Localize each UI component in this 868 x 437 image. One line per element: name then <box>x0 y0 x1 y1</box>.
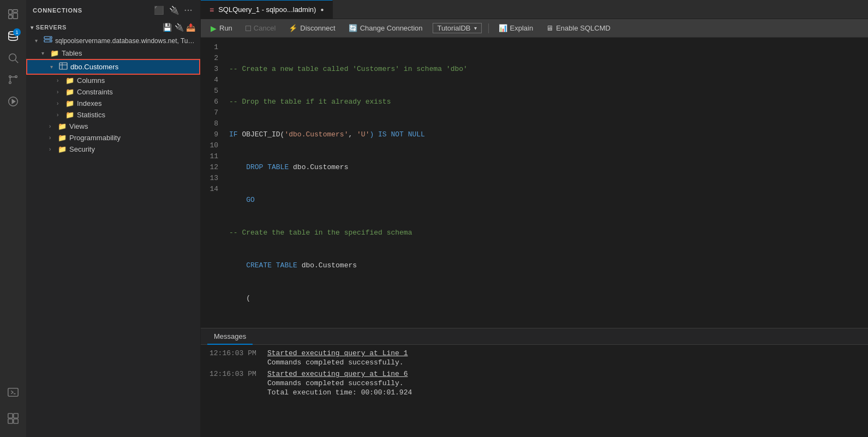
code-line-8: ( <box>229 293 861 304</box>
columns-node[interactable]: › 📁 Columns <box>26 75 200 86</box>
sqlcmd-icon: 🖥 <box>546 24 553 32</box>
sidebar-content: ▾ SERVERS 💾 🔌 📤 ▾ sqlpoolservername.data… <box>26 21 200 437</box>
svg-rect-3 <box>13 13 17 19</box>
svg-point-5 <box>9 54 16 61</box>
statistics-chevron: › <box>57 112 65 118</box>
customers-label: dbo.Customers <box>70 63 118 71</box>
enable-sqlcmd-button[interactable]: 🖥 Enable SQLCMD <box>543 23 614 33</box>
msg-col-1: Started executing query at Line 1 Comman… <box>267 349 408 367</box>
svg-rect-21 <box>59 63 67 69</box>
search-icon[interactable] <box>3 48 23 68</box>
svg-point-20 <box>50 40 51 41</box>
msg-extra-2: Total execution time: 00:00:01.924 <box>267 388 412 397</box>
sql-icon: ≡ <box>209 5 214 14</box>
change-connection-button[interactable]: 🔄 Change Connection <box>345 23 426 33</box>
message-row-2: 12:16:03 PM Started executing query at L… <box>209 370 859 397</box>
svg-line-6 <box>15 60 18 63</box>
connections-icon[interactable]: 1 <box>3 26 23 46</box>
cancel-button[interactable]: Cancel <box>242 23 279 33</box>
svg-rect-1 <box>9 15 12 19</box>
files-icon[interactable] <box>3 4 23 24</box>
messages-tab-bar: Messages <box>201 328 868 345</box>
tab-bar: ≡ SQLQuery_1 - sqlpoo...ladmin) ● <box>201 0 868 19</box>
svg-rect-0 <box>9 10 12 14</box>
code-line-7: CREATE TABLE dbo.Customers <box>229 260 861 271</box>
cancel-icon <box>246 26 251 31</box>
tab-modified-dot: ● <box>320 7 324 13</box>
messages-tab[interactable]: Messages <box>207 330 253 345</box>
run-icon[interactable] <box>3 92 23 111</box>
svg-rect-15 <box>8 419 13 423</box>
programmability-node[interactable]: › 📁 Programmability <box>26 132 200 143</box>
statistics-node[interactable]: › 📁 Statistics <box>26 109 200 121</box>
security-node[interactable]: › 📁 Security <box>26 143 200 155</box>
code-line-4: DROP TABLE dbo.Customers <box>229 162 861 173</box>
run-button[interactable]: ▶ Run <box>207 23 236 34</box>
indexes-folder-icon: 📁 <box>65 99 74 107</box>
new-connection-icon[interactable]: 🔌 <box>168 4 181 16</box>
disconnect-label: Disconnect <box>300 24 335 32</box>
msg-detail-2: Commands completed successfully. <box>267 379 412 387</box>
save-servers-icon[interactable]: 💾 <box>163 23 172 32</box>
tab-title: SQLQuery_1 - sqlpoo...ladmin) <box>218 5 316 14</box>
code-line-6: -- Create the table in the specified sch… <box>229 228 861 238</box>
programmability-label: Programmability <box>69 134 121 142</box>
explain-label: Explain <box>510 24 534 32</box>
toolbar: ▶ Run Cancel ⚡ Disconnect 🔄 Change Conne… <box>201 19 868 38</box>
views-folder-icon: 📁 <box>58 122 67 130</box>
views-node[interactable]: › 📁 Views <box>26 121 200 132</box>
db-name: TutorialDB <box>438 24 471 32</box>
activity-bar: 1 <box>0 0 26 437</box>
change-connection-label: Change Connection <box>360 24 423 32</box>
columns-label: Columns <box>77 76 105 85</box>
constraints-node[interactable]: › 📁 Constraints <box>26 86 200 98</box>
msg-detail-1: Commands completed successfully. <box>267 358 408 367</box>
message-row-1: 12:16:03 PM Started executing query at L… <box>209 349 859 367</box>
servers-section[interactable]: ▾ SERVERS 💾 🔌 📤 <box>26 21 200 34</box>
msg-time-1: 12:16:03 PM <box>209 349 259 367</box>
save-icon[interactable]: ⬛ <box>153 4 166 16</box>
explain-button[interactable]: 📊 Explain <box>495 23 537 33</box>
dbo-customers-node[interactable]: ▾ dbo.Customers <box>26 59 200 75</box>
db-selector[interactable]: TutorialDB ▾ <box>433 23 482 33</box>
disconnect-icon: ⚡ <box>289 24 297 32</box>
export-icon[interactable]: 📤 <box>186 23 196 32</box>
svg-rect-14 <box>14 414 18 418</box>
svg-point-19 <box>50 37 51 38</box>
views-chevron: › <box>49 123 58 129</box>
enable-sqlcmd-label: Enable SQLCMD <box>556 24 610 32</box>
sidebar-header: CONNECTIONS ⬛ 🔌 ··· <box>26 0 200 21</box>
connect-icon[interactable]: 🔌 <box>175 23 184 32</box>
disconnect-button[interactable]: ⚡ Disconnect <box>285 23 338 33</box>
server-icon <box>44 35 52 46</box>
line-numbers: 1 2 3 4 5 6 7 8 9 10 11 12 13 14 <box>201 38 223 328</box>
indexes-node[interactable]: › 📁 Indexes <box>26 98 200 109</box>
server-node[interactable]: ▾ sqlpoolservername.database.windows.net… <box>26 34 200 47</box>
customers-chevron: ▾ <box>50 64 59 70</box>
tables-node[interactable]: ▾ 📁 Tables <box>26 47 200 59</box>
source-control-icon[interactable] <box>3 70 23 89</box>
terminal-icon[interactable] <box>3 382 23 402</box>
constraints-label: Constraints <box>77 88 113 96</box>
db-dropdown-icon: ▾ <box>474 25 477 31</box>
code-content[interactable]: -- Create a new table called 'Customers'… <box>223 38 868 328</box>
svg-rect-2 <box>13 10 17 13</box>
security-folder-icon: 📁 <box>58 145 67 153</box>
security-chevron: › <box>49 146 58 152</box>
constraints-chevron: › <box>57 89 65 95</box>
messages-tab-label: Messages <box>214 332 246 340</box>
statistics-label: Statistics <box>77 111 105 119</box>
constraints-folder-icon: 📁 <box>65 88 74 96</box>
query-tab[interactable]: ≡ SQLQuery_1 - sqlpoo...ladmin) ● <box>201 0 333 19</box>
svg-rect-13 <box>8 414 13 418</box>
run-label: Run <box>219 24 232 32</box>
msg-link-2: Started executing query at Line 6 <box>267 370 412 378</box>
extensions-icon[interactable] <box>3 409 23 428</box>
columns-folder-icon: 📁 <box>65 76 74 85</box>
more-actions-icon[interactable]: ··· <box>183 4 194 16</box>
code-editor[interactable]: 1 2 3 4 5 6 7 8 9 10 11 12 13 14 -- Crea… <box>201 38 868 328</box>
indexes-chevron: › <box>57 100 65 106</box>
sidebar: CONNECTIONS ⬛ 🔌 ··· ▾ SERVERS 💾 🔌 📤 ▾ <box>26 0 201 437</box>
tables-label: Tables <box>62 49 82 57</box>
cancel-label: Cancel <box>254 24 276 32</box>
